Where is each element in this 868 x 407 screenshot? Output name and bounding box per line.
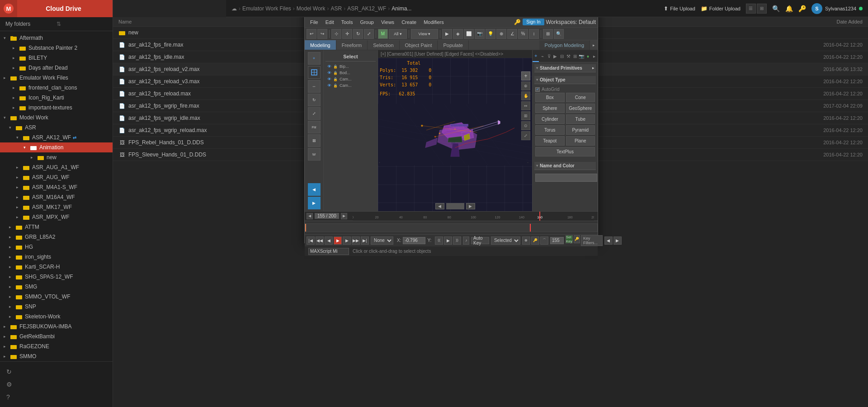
utilities-tab[interactable]: ⚒ (565, 50, 571, 62)
go-start-button[interactable]: |◀ (307, 237, 315, 245)
folder-smg[interactable]: ▸ SMG (0, 282, 113, 292)
expand-asrak12wf[interactable]: ▾ (16, 135, 22, 140)
maximize-vp-button[interactable]: ⤢ (521, 131, 530, 140)
snap-toggle[interactable]: ⊕ (496, 29, 506, 39)
expand-attm[interactable]: ▸ (9, 225, 14, 229)
zoom-button[interactable]: ⊞ (521, 111, 530, 120)
motion-tab[interactable]: ▶ (552, 50, 558, 62)
expand-asrm16a4wf[interactable]: ▸ (16, 195, 22, 199)
menu-edit[interactable]: Edit (322, 19, 338, 26)
sound-btn[interactable]: ♪ (463, 237, 469, 245)
folder-asrauga1wf[interactable]: ▸ ASR_AUG_A1_WF (0, 162, 113, 172)
freeform-move-btn[interactable]: FM (308, 121, 321, 133)
prim-pyramid[interactable]: Pyramid (566, 125, 595, 135)
tab-freeform[interactable]: Freeform (336, 40, 368, 50)
expand-skeletonwork[interactable]: ▸ (9, 314, 14, 319)
expand-asraugwf[interactable]: ▸ (16, 175, 22, 180)
folder-snp[interactable]: ▸ SNP (0, 302, 113, 312)
step-back-btn[interactable]: ◀ (604, 237, 613, 245)
folder-animation[interactable]: ▾ Animation (0, 142, 113, 152)
key-filter-btn[interactable]: 🔑 (574, 235, 580, 243)
render-button[interactable]: ▶ (442, 29, 452, 39)
folder-hg[interactable]: ▸ HG (0, 242, 113, 252)
folder-asrmpxwf[interactable]: ▸ ASR_MPX_WF (0, 212, 113, 222)
tl-next-btn[interactable]: ▶ (341, 213, 347, 219)
folder-emulatorworkfiles[interactable]: ▸ Emulator Work Files (0, 73, 113, 83)
select-item-cam2[interactable]: 👁 🔒 Cam... (326, 82, 376, 89)
folder-kartiscarh[interactable]: ▸ Karti_SCAR-H (0, 262, 113, 272)
select-item-bod[interactable]: 👁 🔒 Bod... (326, 70, 376, 76)
expand-asrauga1wf[interactable]: ▸ (16, 165, 22, 170)
prim-plane[interactable]: Plane (566, 136, 595, 146)
redo-button[interactable]: ↪ (317, 29, 327, 39)
rotate-button[interactable]: ↻ (353, 29, 363, 39)
prev-frame-btn[interactable]: ◀ (325, 237, 333, 245)
render-setup-button[interactable]: View ▾ (411, 29, 438, 39)
spinner-snap[interactable]: ↕ (529, 29, 539, 39)
light-button[interactable]: 💡 (486, 29, 495, 39)
folder-daysafterdead[interactable]: ▸ Days after Dead (0, 63, 113, 73)
menu-tools[interactable]: Tools (338, 19, 357, 26)
bell-icon[interactable]: 🔔 (785, 5, 793, 12)
expand-aftermath[interactable]: ▾ (4, 36, 9, 40)
prim-cylinder[interactable]: Cylinder (535, 114, 565, 124)
go-end-button[interactable]: ▶| (361, 237, 369, 245)
key-right-btn[interactable]: ⟩⟩ (453, 237, 461, 245)
scene-tab[interactable]: 📷 (578, 50, 585, 62)
expand-frontendclan[interactable]: ▸ (13, 85, 18, 90)
scale-button[interactable]: ⤢ (364, 29, 374, 39)
folder-fejsbukowa[interactable]: ▸ FEJSBUKOWA-IMBA (0, 322, 113, 331)
snaps-button[interactable]: M (378, 29, 388, 39)
constraint-btn[interactable]: ⊠ (308, 134, 321, 147)
menu-file[interactable]: File (307, 19, 322, 26)
expand-hg[interactable]: ▸ (9, 245, 14, 249)
expand-bilety[interactable]: ▸ (13, 56, 18, 60)
selected-dropdown[interactable]: Selected (491, 237, 520, 245)
modify-tab[interactable]: ⌁ (539, 50, 545, 62)
select-item-cam1[interactable]: 👁 🔒 Cam... (326, 76, 376, 82)
key-mode-btn[interactable]: ⟨⟨ (435, 237, 443, 245)
orbit-button[interactable]: ⊕ (521, 81, 530, 90)
frame-input[interactable] (550, 237, 564, 244)
folder-asrm16a4wf[interactable]: ▸ ASR_M16A4_WF (0, 192, 113, 202)
undo-button[interactable]: ↩ (307, 29, 316, 39)
rotate-btn[interactable]: ↻ (308, 94, 321, 106)
expand-kartiscarh[interactable]: ▸ (9, 265, 14, 269)
timeline-toggle-btn[interactable]: ◀ (308, 183, 321, 196)
object-type-header[interactable]: ▾ Object Type (534, 76, 596, 84)
expand-rp-btn[interactable]: ▸ (591, 50, 598, 62)
folder-iconrigkarti[interactable]: ▸ Icon_Rig_Karti (0, 93, 113, 103)
display-tab[interactable]: ⊟ (559, 50, 565, 62)
folder-ironsights[interactable]: ▸ iron_sights (0, 252, 113, 262)
folder-substancepainter[interactable]: ▸ Substance Painter 2 (0, 43, 113, 53)
expand-fejsbukowa[interactable]: ▸ (4, 324, 9, 329)
field-of-view-button[interactable]: ⊙ (521, 121, 530, 130)
angle-snap[interactable]: ∠ (507, 29, 517, 39)
scene-button[interactable]: ⬜ (464, 29, 474, 39)
menu-views[interactable]: Views (377, 19, 398, 26)
folder-frontendclan[interactable]: ▸ frontend_clan_icons (0, 83, 113, 93)
prim-textplus[interactable]: TextPlus (535, 147, 595, 156)
expand-substancepainter[interactable]: ▸ (13, 46, 18, 50)
prim-geosphere[interactable]: GeoSphere (566, 104, 595, 113)
param-curve-btn[interactable]: ⌒ (540, 237, 548, 245)
move-button[interactable]: ✛ (342, 29, 352, 39)
filter-keys-btn[interactable]: 🔑 (531, 237, 539, 245)
expand-smmovtolwf[interactable]: ▸ (9, 294, 14, 299)
tab-polygon-modeling[interactable]: Polygon Modeling (539, 40, 590, 50)
select-button[interactable]: ⊹ (331, 29, 341, 39)
extra-tab[interactable]: ⊞ (571, 50, 578, 62)
timeline-track[interactable] (305, 221, 598, 234)
prev-key-button[interactable]: ◀◀ (316, 237, 324, 245)
folder-attm[interactable]: ▸ ATTM (0, 222, 113, 232)
step-fwd-btn[interactable]: ▶ (613, 237, 622, 245)
prim-box[interactable]: Box (535, 93, 565, 102)
folder-smmo[interactable]: ▸ SMMO (0, 351, 113, 361)
folder-asraugwf[interactable]: ▸ ASR_AUG_WF (0, 172, 113, 182)
tab-populate[interactable]: Populate (438, 40, 468, 50)
playback-mode-select[interactable]: None (371, 237, 393, 245)
x-coord-field[interactable] (403, 237, 425, 244)
expand-iconrigkarti[interactable]: ▸ (13, 95, 18, 100)
name-color-header[interactable]: ▾ Name and Color (534, 162, 596, 170)
tab-selection[interactable]: Selection (368, 40, 399, 50)
